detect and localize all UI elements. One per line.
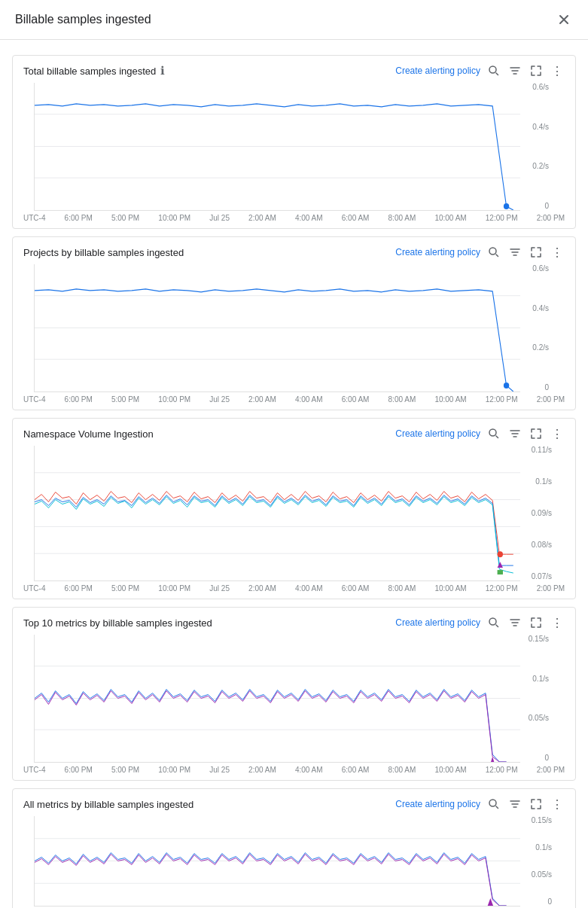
y-axis-labels-1: 0.6/s 0.4/s 0.2/s 0 bbox=[532, 83, 549, 210]
dialog-header: Billable samples ingested bbox=[0, 0, 588, 40]
close-button[interactable] bbox=[555, 11, 573, 29]
chart-panel-1: Total billable samples ingested ℹ Create… bbox=[12, 55, 576, 229]
svg-point-10 bbox=[489, 429, 496, 436]
more-icon-3[interactable]: ⋮ bbox=[550, 426, 565, 441]
chart-actions-5: Create alerting policy ⋮ bbox=[395, 797, 565, 812]
chart-title-row-5: All metrics by billable samples ingested bbox=[23, 799, 193, 810]
create-alert-link-1[interactable]: Create alerting policy bbox=[395, 66, 480, 76]
y-axis-labels-2: 0.6/s 0.4/s 0.2/s 0 bbox=[532, 264, 549, 392]
create-alert-link-3[interactable]: Create alerting policy bbox=[395, 428, 480, 439]
create-alert-link-2[interactable]: Create alerting policy bbox=[395, 247, 480, 257]
charts-container: Total billable samples ingested ℹ Create… bbox=[0, 40, 588, 908]
fullscreen-icon-1[interactable] bbox=[529, 63, 544, 78]
y-axis-labels-5: 0.15/s 0.1/s 0.05/s 0 bbox=[532, 816, 552, 906]
chart-area-4: 0.15/s 0.1/s 0.05/s 0 bbox=[34, 635, 520, 763]
create-alert-link-4[interactable]: Create alerting policy bbox=[395, 617, 480, 628]
chart-actions-3: Create alerting policy ⋮ bbox=[395, 426, 565, 441]
svg-point-0 bbox=[489, 66, 496, 73]
chart-area-3: 0.11/s 0.1/s 0.09/s 0.08/s 0.07/s bbox=[34, 446, 520, 581]
filter-icon-4[interactable] bbox=[507, 615, 522, 630]
x-axis-3: UTC-4 6:00 PM 5:00 PM 10:00 PM Jul 25 2:… bbox=[13, 581, 575, 599]
chart-area-1: 0.6/s 0.4/s 0.2/s 0 bbox=[34, 83, 520, 211]
filter-icon-3[interactable] bbox=[507, 426, 522, 441]
info-icon-1[interactable]: ℹ bbox=[160, 64, 165, 78]
chart-title-2: Projects by billable samples ingested bbox=[23, 247, 184, 258]
chart-title-5: All metrics by billable samples ingested bbox=[23, 799, 193, 810]
svg-point-9 bbox=[504, 382, 509, 388]
chart-actions-4: Create alerting policy ⋮ bbox=[395, 615, 565, 630]
search-icon-4[interactable] bbox=[486, 615, 501, 630]
filter-icon-5[interactable] bbox=[507, 797, 522, 812]
x-axis-1: UTC-4 6:00 PM 5:00 PM 10:00 PM Jul 25 2:… bbox=[13, 211, 575, 228]
chart-header-2: Projects by billable samples ingested Cr… bbox=[13, 237, 575, 264]
search-icon-2[interactable] bbox=[486, 245, 501, 260]
chart-title-row-2: Projects by billable samples ingested bbox=[23, 247, 184, 258]
chart-actions-2: Create alerting policy ⋮ bbox=[395, 245, 565, 260]
chart-area-2: 0.6/s 0.4/s 0.2/s 0 bbox=[34, 264, 520, 392]
chart-actions-1: Create alerting policy ⋮ bbox=[395, 63, 565, 78]
svg-point-23 bbox=[489, 800, 496, 806]
fullscreen-icon-3[interactable] bbox=[529, 426, 544, 441]
more-icon-5[interactable]: ⋮ bbox=[550, 797, 565, 812]
chart-title-3: Namespace Volume Ingestion bbox=[23, 428, 154, 440]
fullscreen-icon-4[interactable] bbox=[529, 615, 544, 630]
chart-title-row-4: Top 10 metrics by billable samples inges… bbox=[23, 617, 212, 629]
chart-panel-2: Projects by billable samples ingested Cr… bbox=[12, 236, 576, 410]
more-icon-2[interactable]: ⋮ bbox=[550, 245, 565, 260]
x-axis-4: UTC-4 6:00 PM 5:00 PM 10:00 PM Jul 25 2:… bbox=[13, 763, 575, 780]
svg-marker-16 bbox=[498, 562, 503, 568]
chart-header-3: Namespace Volume Ingestion Create alerti… bbox=[13, 419, 575, 446]
chart-title-row-1: Total billable samples ingested ℹ bbox=[23, 64, 165, 78]
svg-point-18 bbox=[489, 618, 496, 625]
search-icon-3[interactable] bbox=[486, 426, 501, 441]
svg-point-5 bbox=[489, 248, 496, 254]
y-axis-labels-4: 0.15/s 0.1/s 0.05/s 0 bbox=[529, 635, 549, 762]
svg-point-4 bbox=[504, 203, 509, 209]
chart-area-5: 0.15/s 0.1/s 0.05/s 0 bbox=[34, 816, 520, 906]
chart-panel-5: All metrics by billable samples ingested… bbox=[12, 788, 576, 908]
more-icon-4[interactable]: ⋮ bbox=[550, 615, 565, 630]
chart-title-4: Top 10 metrics by billable samples inges… bbox=[23, 617, 212, 629]
svg-rect-17 bbox=[498, 570, 503, 574]
chart-title-row-3: Namespace Volume Ingestion bbox=[23, 428, 154, 440]
chart-title-1: Total billable samples ingested bbox=[23, 66, 156, 77]
dialog-title: Billable samples ingested bbox=[15, 13, 151, 26]
search-icon-5[interactable] bbox=[486, 797, 501, 812]
fullscreen-icon-5[interactable] bbox=[529, 797, 544, 812]
filter-icon-1[interactable] bbox=[507, 63, 522, 78]
chart-panel-3: Namespace Volume Ingestion Create alerti… bbox=[12, 418, 576, 599]
chart-header-4: Top 10 metrics by billable samples inges… bbox=[13, 608, 575, 635]
chart-panel-4: Top 10 metrics by billable samples inges… bbox=[12, 607, 576, 781]
more-icon-1[interactable]: ⋮ bbox=[550, 63, 565, 78]
svg-point-15 bbox=[498, 551, 503, 557]
y-axis-labels-3: 0.11/s 0.1/s 0.09/s 0.08/s 0.07/s bbox=[532, 446, 552, 580]
svg-marker-22 bbox=[489, 757, 495, 762]
x-axis-2: UTC-4 6:00 PM 5:00 PM 10:00 PM Jul 25 2:… bbox=[13, 392, 575, 410]
chart-header-5: All metrics by billable samples ingested… bbox=[13, 789, 575, 816]
search-icon-1[interactable] bbox=[486, 63, 501, 78]
create-alert-link-5[interactable]: Create alerting policy bbox=[395, 799, 480, 809]
fullscreen-icon-2[interactable] bbox=[529, 245, 544, 260]
filter-icon-2[interactable] bbox=[507, 245, 522, 260]
chart-header-1: Total billable samples ingested ℹ Create… bbox=[13, 56, 575, 83]
